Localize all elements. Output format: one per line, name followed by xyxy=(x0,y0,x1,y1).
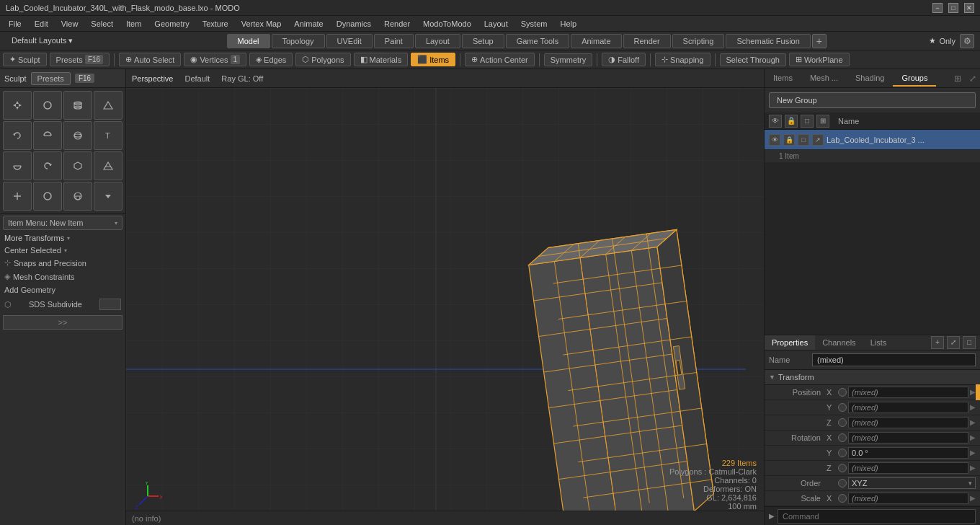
tab-topology[interactable]: Topology xyxy=(272,34,325,48)
star-only-toggle[interactable]: ★ Only xyxy=(929,36,956,45)
menu-render[interactable]: Render xyxy=(378,18,416,30)
rotation-x-arrow[interactable]: ▶ xyxy=(970,433,976,441)
scale-x-arrow[interactable]: ▶ xyxy=(970,494,976,502)
auto-select-button[interactable]: ⊕ Auto Select xyxy=(119,53,181,66)
props-tab-channels[interactable]: Channels xyxy=(815,335,863,350)
minimize-button[interactable]: − xyxy=(932,3,943,13)
rotation-x-dot[interactable] xyxy=(838,433,847,442)
action-center-button[interactable]: ⊕ Action Center xyxy=(465,53,535,66)
tool-cylinder[interactable] xyxy=(63,91,92,120)
tab-animate[interactable]: Animate xyxy=(571,34,621,48)
tab-model[interactable]: Model xyxy=(227,34,270,48)
edges-button[interactable]: ◈ Edges xyxy=(249,53,293,66)
maximize-button[interactable]: □ xyxy=(948,3,958,13)
center-selected-row[interactable]: Center Selected ▾ xyxy=(0,244,125,256)
tool-half2[interactable] xyxy=(3,151,32,180)
polygons-button[interactable]: ⬡ Polygons xyxy=(295,53,350,66)
tool-sphere[interactable] xyxy=(63,121,92,150)
viewport-default[interactable]: Default xyxy=(184,74,210,83)
tool-sphere2[interactable] xyxy=(63,182,92,211)
more-transforms-row[interactable]: More Transforms ▾ xyxy=(0,231,125,244)
viewport-ray-gl[interactable]: Ray GL: Off xyxy=(221,74,263,83)
sds-value-input[interactable] xyxy=(99,299,121,310)
menu-select[interactable]: Select xyxy=(85,18,119,30)
tab-render[interactable]: Render xyxy=(623,34,671,48)
tab-mesh[interactable]: Mesh ... xyxy=(801,71,847,87)
tool-circle[interactable] xyxy=(33,182,62,211)
list-render-button[interactable]: □ xyxy=(801,115,814,128)
position-y-field[interactable]: (mixed) xyxy=(848,402,968,413)
item-vis-lock[interactable]: 🔒 xyxy=(783,134,795,146)
tool-undo[interactable] xyxy=(3,121,32,150)
tool-redo[interactable] xyxy=(33,151,62,180)
add-tab-button[interactable]: + xyxy=(812,34,827,48)
tab-scripting[interactable]: Scripting xyxy=(672,34,725,48)
order-dot[interactable] xyxy=(838,479,847,488)
new-group-button[interactable]: New Group xyxy=(769,92,976,108)
tab-layout[interactable]: Layout xyxy=(415,34,460,48)
tool-triangle[interactable] xyxy=(94,91,122,120)
position-x-field[interactable]: (mixed) xyxy=(848,387,968,398)
item-menu-dropdown[interactable]: Item Menu: New Item ▾ xyxy=(3,216,122,230)
sculpt-button[interactable]: ✦ Sculpt xyxy=(3,53,47,66)
viewport[interactable]: Perspective Default Ray GL: Off ⊞ ⊡ − + … xyxy=(126,69,764,525)
item-vis-eye[interactable]: 👁 xyxy=(769,134,780,146)
rotation-y-dot[interactable] xyxy=(838,449,847,457)
rotation-y-field[interactable]: 0.0 ° xyxy=(848,447,968,459)
items-button[interactable]: ⬛ Items xyxy=(411,53,455,66)
tool-hex[interactable] xyxy=(63,151,92,180)
item-row-incubator[interactable]: 👁 🔒 □ ↗ Lab_Cooled_Incubator_3 ... xyxy=(765,130,980,150)
tab-uvedit[interactable]: UVEdit xyxy=(326,34,373,48)
props-expand-button[interactable]: ⤢ xyxy=(947,336,960,349)
mesh-constraints-row[interactable]: ◈ Mesh Constraints xyxy=(0,270,125,283)
tool-rotate[interactable] xyxy=(33,91,62,120)
tab-shading[interactable]: Shading xyxy=(847,71,893,87)
presets-bar-button[interactable]: Presets xyxy=(31,72,71,85)
list-eye-button[interactable]: 👁 xyxy=(769,115,782,128)
presets-button[interactable]: Presets F16 xyxy=(50,53,110,66)
tool-tri2[interactable] xyxy=(94,151,122,180)
position-z-field[interactable]: (mixed) xyxy=(848,417,968,428)
select-through-button[interactable]: Select Through xyxy=(720,53,786,66)
props-add-button[interactable]: + xyxy=(931,336,944,349)
menu-system[interactable]: System xyxy=(515,18,553,30)
menu-view[interactable]: View xyxy=(55,18,84,30)
item-vis-render[interactable]: □ xyxy=(798,134,809,146)
vertices-button[interactable]: ◉ Vertices 1 xyxy=(184,53,246,66)
add-geometry-row[interactable]: Add Geometry xyxy=(0,283,125,296)
tool-text[interactable]: T xyxy=(94,121,122,150)
more-button[interactable]: >> xyxy=(3,315,122,330)
position-x-dot[interactable] xyxy=(838,388,847,397)
menu-edit[interactable]: Edit xyxy=(29,18,54,30)
tool-plus[interactable] xyxy=(3,182,32,211)
materials-button[interactable]: ◧ Materials xyxy=(354,53,409,66)
tab-groups[interactable]: Groups xyxy=(893,71,936,87)
gear-button[interactable]: ⚙ xyxy=(960,34,974,48)
symmetry-button[interactable]: Symmetry xyxy=(544,53,593,66)
menu-animate[interactable]: Animate xyxy=(288,18,329,30)
menu-help[interactable]: Help xyxy=(554,18,582,30)
props-name-input[interactable] xyxy=(812,353,976,366)
tab-paint[interactable]: Paint xyxy=(374,34,414,48)
tool-arrow-down[interactable] xyxy=(94,182,122,211)
menu-item[interactable]: Item xyxy=(120,18,147,30)
expand-right-button[interactable]: ⊞ xyxy=(950,74,966,84)
command-input[interactable] xyxy=(778,509,976,524)
position-x-arrow[interactable]: ▶ xyxy=(970,388,976,396)
menu-geometry[interactable]: Geometry xyxy=(148,18,195,30)
position-z-arrow[interactable]: ▶ xyxy=(970,418,976,426)
props-tab-properties[interactable]: Properties xyxy=(765,335,815,350)
snaps-precision-row[interactable]: ⊹ Snaps and Precision xyxy=(0,256,125,270)
menu-modocombo[interactable]: ModoToModo xyxy=(417,18,477,30)
menu-dynamics[interactable]: Dynamics xyxy=(331,18,377,30)
rotation-x-field[interactable]: (mixed) xyxy=(848,432,968,444)
tab-setup[interactable]: Setup xyxy=(462,34,504,48)
order-field[interactable]: XYZ ▾ xyxy=(848,477,976,489)
viewport-perspective[interactable]: Perspective xyxy=(132,74,173,83)
rotation-z-dot[interactable] xyxy=(838,464,847,472)
rotation-z-field[interactable]: (mixed) xyxy=(848,462,968,474)
tab-game-tools[interactable]: Game Tools xyxy=(506,34,570,48)
rotation-y-arrow[interactable]: ▶ xyxy=(970,449,976,456)
tool-move[interactable] xyxy=(3,91,32,120)
props-tab-lists[interactable]: Lists xyxy=(863,335,894,350)
